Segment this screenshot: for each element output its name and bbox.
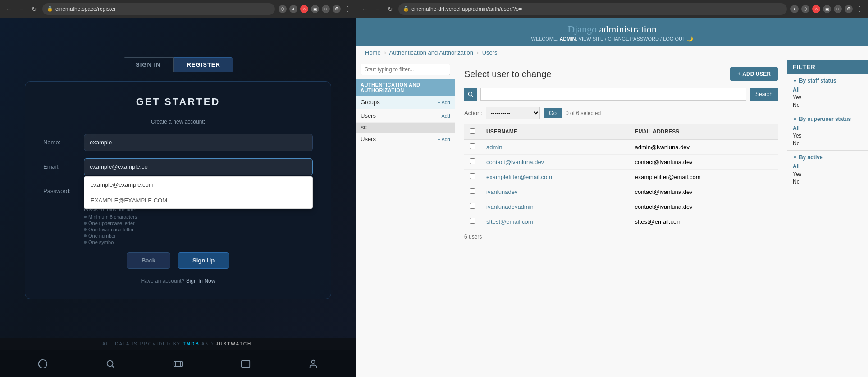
breadcrumb-page: Users: [482, 49, 498, 56]
card-actions: Back Sign Up: [43, 252, 313, 269]
ext-r-2: A: [812, 5, 820, 13]
filter-superuser-yes[interactable]: Yes: [793, 133, 863, 139]
row-checkbox-1[interactable]: [470, 158, 475, 164]
row-checkbox-4[interactable]: [470, 203, 475, 209]
filter-active-all[interactable]: All: [793, 163, 863, 170]
row-checkbox-2[interactable]: [470, 173, 475, 179]
select-all-col: [464, 124, 481, 139]
card-subtitle: Create a new account:: [43, 119, 313, 125]
sidebar-sf-header: SF: [356, 123, 455, 133]
row-checkbox-3[interactable]: [470, 188, 475, 194]
sidebar-item-users[interactable]: Users + Add: [356, 109, 455, 123]
go-button[interactable]: Go: [544, 108, 562, 118]
refresh-btn[interactable]: ↻: [30, 5, 39, 14]
breadcrumb-home[interactable]: Home: [365, 49, 381, 56]
sidebar-groups-add[interactable]: + Add: [438, 100, 450, 105]
user-link-2[interactable]: examplefilter@email.com: [486, 174, 552, 180]
filter-staff-yes[interactable]: Yes: [793, 94, 863, 101]
signin-link[interactable]: Sign In Now: [186, 278, 215, 284]
home-icon[interactable]: [37, 358, 49, 370]
signin-tab[interactable]: SIGN IN: [123, 57, 174, 72]
name-label: Name:: [43, 139, 84, 146]
user-link-0[interactable]: admin: [486, 144, 502, 151]
back-btn[interactable]: ←: [5, 5, 14, 14]
register-card: Get started Create a new account: Name: …: [25, 81, 331, 299]
ext-r-3: ▣: [823, 5, 831, 13]
sidebar-sf-add[interactable]: + Add: [438, 137, 450, 142]
user-link-4[interactable]: ivanlunadevadmin: [486, 203, 534, 210]
filter-active-yes[interactable]: Yes: [793, 171, 863, 177]
row-checkbox-0[interactable]: [470, 143, 475, 149]
autocomplete-item-1[interactable]: example@example.com: [84, 177, 312, 193]
user-link-1[interactable]: contact@ivanluna.dev: [486, 159, 544, 166]
rule-4: One number: [84, 233, 313, 239]
view-site-link[interactable]: VIEW SITE: [579, 36, 604, 41]
ticket-icon[interactable]: [172, 358, 184, 370]
log-out-link[interactable]: LOG OUT: [663, 36, 685, 41]
ext-r-1: ⬡: [801, 5, 809, 13]
filter-superuser-all[interactable]: All: [793, 125, 863, 131]
sidebar-item-groups[interactable]: Groups + Add: [356, 96, 455, 109]
user-link-5[interactable]: sftest@email.com: [486, 218, 533, 225]
register-tab[interactable]: REGISTER: [174, 57, 233, 72]
breadcrumb-section[interactable]: Authentication and Authorization: [389, 49, 473, 56]
search-icon[interactable]: [104, 358, 117, 370]
filter-staff-no[interactable]: No: [793, 102, 863, 108]
user-table-body: adminadmin@ivanluna.devcontact@ivanluna.…: [464, 139, 778, 229]
autocomplete-item-2[interactable]: EXAMPLE@EXAMPLE.COM: [84, 193, 312, 208]
refresh-btn-right[interactable]: ↻: [386, 5, 395, 14]
sidebar-sf-users-label: Users: [361, 136, 376, 143]
back-button[interactable]: Back: [127, 252, 170, 269]
select-all-checkbox[interactable]: [470, 128, 475, 134]
filter-active-section: ▼ By active All Yes No: [787, 151, 868, 189]
name-input[interactable]: [84, 134, 313, 151]
browser-bar-right: ← → ↻ 🔒 cinemathe-drf.vercel.app/admin/a…: [356, 0, 868, 18]
svg-point-7: [468, 92, 472, 96]
filter-staff-section: ▼ By staff status All Yes No: [787, 74, 868, 112]
sidebar-filter-input[interactable]: [361, 64, 450, 75]
change-password-link[interactable]: CHANGE PASSWORD: [608, 36, 658, 41]
svg-point-1: [107, 360, 113, 366]
forward-btn[interactable]: →: [17, 5, 26, 14]
svg-point-6: [311, 360, 315, 363]
ext-r-5: ⦿: [845, 5, 853, 13]
add-user-button[interactable]: + ADD USER: [730, 67, 778, 81]
table-row: examplefilter@email.comexamplefilter@ema…: [464, 170, 778, 184]
email-cell-1: contact@ivanluna.dev: [630, 155, 778, 170]
more-options-left[interactable]: ⋮: [344, 5, 352, 13]
signup-button[interactable]: Sign Up: [178, 252, 229, 269]
email-cell-4: contact@ivanluna.dev: [630, 199, 778, 214]
filter-active-no[interactable]: No: [793, 179, 863, 185]
sidebar-users-add[interactable]: + Add: [438, 113, 450, 119]
browser-icons-right: ★ ⬡ A ▣ S ⦿: [790, 5, 853, 13]
filter-active-links: All Yes No: [793, 163, 863, 185]
back-btn-right[interactable]: ←: [361, 5, 370, 14]
user-link-3[interactable]: ivanlunadev: [486, 188, 517, 195]
forward-btn-right[interactable]: →: [373, 5, 382, 14]
tv-icon[interactable]: [239, 358, 252, 370]
email-autocomplete: example@example.com EXAMPLE@EXAMPLE.COM: [84, 176, 313, 209]
action-select[interactable]: ----------: [486, 107, 540, 119]
ext-icon-4: ▣: [311, 5, 319, 13]
row-checkbox-5[interactable]: [470, 218, 475, 224]
email-label: Email:: [43, 163, 84, 170]
email-input[interactable]: [84, 158, 313, 175]
search-button[interactable]: Search: [750, 88, 778, 101]
django-subtitle: WELCOME, ADMIN. VIEW SITE / CHANGE PASSW…: [365, 36, 859, 42]
search-icon-box: [464, 88, 477, 101]
signin-prompt: Have an account? Sign In Now: [43, 278, 313, 284]
left-panel: ← → ↻ 🔒 cinemathe.space/register ⬡ ★ A ▣…: [0, 0, 356, 377]
action-row: Action: ---------- Go 0 of 6 selected: [464, 107, 778, 119]
table-row: contact@ivanluna.devcontact@ivanluna.dev: [464, 155, 778, 170]
filter-staff-all[interactable]: All: [793, 87, 863, 93]
user-icon[interactable]: [307, 358, 320, 370]
url-bar-left[interactable]: 🔒 cinemathe.space/register: [42, 3, 275, 15]
more-options-right[interactable]: ⋮: [856, 5, 863, 13]
filter-staff-title: ▼ By staff status: [793, 78, 863, 84]
sidebar-sf-users[interactable]: Users + Add: [356, 133, 455, 146]
filter-superuser-no[interactable]: No: [793, 140, 863, 147]
admin-user-label: ADMIN.: [559, 36, 577, 41]
search-input[interactable]: [480, 88, 746, 101]
staff-arrow-icon: ▼: [793, 78, 797, 83]
url-bar-right[interactable]: 🔒 cinemathe-drf.vercel.app/admin/auth/us…: [398, 3, 787, 15]
